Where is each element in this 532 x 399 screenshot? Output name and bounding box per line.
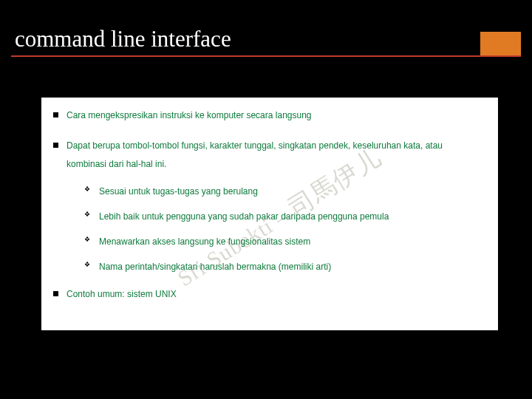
bullet-text: Sesuai untuk tugas-tugas yang berulang	[99, 186, 258, 197]
list-item: Menawarkan akses langsung ke fungsionali…	[84, 235, 485, 248]
list-item: Contoh umum: sistem UNIX	[52, 285, 485, 304]
list-item: Nama perintah/singkatan haruslah bermakn…	[84, 260, 485, 273]
list-item: Sesuai untuk tugas-tugas yang berulang	[84, 185, 485, 198]
bullet-text: Dapat berupa tombol-tombol fungsi, karak…	[66, 140, 443, 169]
content-panel: Sri Subekti – 司馬伊儿 Cara mengekspresikan …	[41, 98, 498, 330]
slide-title: command line interface	[15, 26, 231, 52]
list-item: Lebih baik untuk pengguna yang sudah pak…	[84, 210, 485, 223]
bullet-text: Menawarkan akses langsung ke fungsionali…	[99, 236, 310, 247]
bullet-text: Contoh umum: sistem UNIX	[66, 289, 177, 299]
sub-bullet-list: Sesuai untuk tugas-tugas yang berulang L…	[84, 185, 485, 273]
accent-box	[480, 32, 521, 55]
bullet-text: Lebih baik untuk pengguna yang sudah pak…	[99, 211, 389, 222]
bullet-text: Cara mengekspresikan instruksi ke komput…	[66, 110, 312, 120]
bullet-text: Nama perintah/singkatan haruslah bermakn…	[99, 262, 331, 272]
list-item: Cara mengekspresikan instruksi ke komput…	[52, 106, 485, 125]
title-underline	[11, 55, 521, 57]
bullet-list: Cara mengekspresikan instruksi ke komput…	[52, 106, 485, 304]
list-item: Dapat berupa tombol-tombol fungsi, karak…	[52, 137, 485, 273]
